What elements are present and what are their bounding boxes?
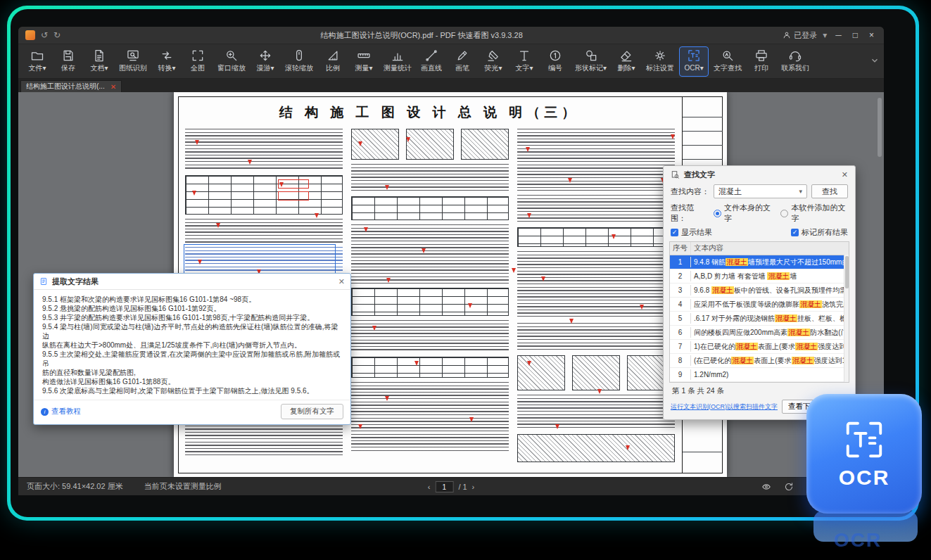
show-results-checkbox[interactable]: ✓ 显示结果 bbox=[671, 227, 712, 238]
extract-panel-header: 提取文字结果 ✕ bbox=[34, 274, 350, 290]
extract-line: 筋的直径和数量详见梁配筋图, bbox=[42, 368, 342, 377]
toolbar-item-label: 打印 bbox=[754, 64, 768, 72]
toolbar-item-shape-mark[interactable]: 形状标记▾ bbox=[571, 46, 610, 77]
results-scrollbar[interactable] bbox=[844, 255, 849, 382]
toolbar-item-text-search[interactable]: 文字查找 bbox=[710, 46, 745, 77]
search-result-row[interactable]: 6间的楼板四周应做200mm高素混凝土防水翻边(门洞口除外)完 bbox=[670, 326, 849, 340]
toolbar-item-print[interactable]: 打印 bbox=[747, 46, 776, 77]
search-hit-marker-icon bbox=[541, 276, 545, 281]
find-content-label: 查找内容： bbox=[671, 186, 709, 197]
ocr-badge-ghost-label: OCR bbox=[834, 529, 882, 552]
search-hit-marker-icon bbox=[279, 182, 284, 187]
ocr-promo-badge[interactable]: OCR bbox=[806, 394, 922, 514]
toolbar-collapse-button[interactable] bbox=[870, 56, 880, 68]
search-icon bbox=[721, 49, 735, 63]
headset-icon bbox=[788, 49, 802, 63]
search-hit-marker-icon bbox=[555, 424, 559, 429]
refresh-icon[interactable] bbox=[784, 482, 794, 492]
tab-close-icon[interactable]: ✕ bbox=[110, 83, 116, 91]
toolbar-item-measure[interactable]: 测量▾ bbox=[349, 46, 379, 77]
close-button[interactable]: × bbox=[866, 30, 877, 40]
search-button[interactable]: 查找 bbox=[811, 184, 848, 198]
extract-line: 9.5.2 悬挑梁的配筋构造详见国标图集16 G101-1第92页。 bbox=[42, 304, 342, 313]
toolbar-item-ocr[interactable]: OCR▾ bbox=[679, 46, 709, 77]
search-query-dropdown[interactable]: 混凝土 ▾ bbox=[714, 184, 807, 198]
result-no: 6 bbox=[670, 327, 691, 338]
result-text: 应采用不低于板强度等级的微膨胀混凝土浇筑完成。 bbox=[691, 298, 849, 311]
search-result-row[interactable]: 71)在已硬化的混凝土表面上(要求混凝土强度达到1.2N/mm2以 bbox=[670, 340, 849, 354]
search-result-row[interactable]: 4应采用不低于板强度等级的微膨胀混凝土浇筑完成。 bbox=[670, 298, 849, 312]
search-result-row[interactable]: 91.2N/mm2) bbox=[670, 368, 849, 382]
prev-page-icon[interactable]: ‹ bbox=[428, 483, 431, 491]
toolbar-item-save[interactable]: 保存 bbox=[53, 46, 83, 77]
toolbar-item-label: 测量统计 bbox=[384, 64, 412, 72]
maximize-button[interactable]: □ bbox=[850, 30, 861, 40]
search-hit-marker-icon bbox=[315, 213, 319, 218]
document-tab[interactable]: 结构施工图设计总说明(... ✕ bbox=[20, 80, 122, 92]
extract-line: 构造做法详见国标图集16 G101-1第88页。 bbox=[42, 377, 342, 386]
find-input-row: 查找内容： 混凝土 ▾ 查找 bbox=[664, 184, 855, 201]
toolbar-item-annotation-settings[interactable]: 标注设置 bbox=[642, 46, 678, 77]
toolbar-item-delete[interactable]: 删除▾ bbox=[612, 46, 641, 77]
vertical-scrollbar[interactable] bbox=[878, 98, 882, 157]
extract-panel-title: 提取文字结果 bbox=[52, 276, 99, 287]
app-icon bbox=[25, 30, 35, 40]
scope-option-added-text[interactable]: 本软件添加的文字 bbox=[780, 203, 848, 224]
login-status[interactable]: 已登录 bbox=[783, 30, 817, 41]
result-no: 2 bbox=[670, 271, 691, 281]
run-ocr-link[interactable]: 运行文本识别(OCR)以搜索扫描件文字 bbox=[671, 402, 778, 412]
search-hit-marker-icon bbox=[640, 305, 644, 310]
toolbar-item-label: 比例 bbox=[326, 64, 340, 72]
toolbar-item-contact[interactable]: 联系我们 bbox=[778, 46, 813, 77]
eraser-icon bbox=[619, 49, 633, 63]
undo-icon[interactable]: ↺ bbox=[41, 30, 48, 40]
toolbar-item-window-zoom[interactable]: 窗口缩放 bbox=[214, 46, 249, 77]
app-window: ↺ ↻ 结构施工图设计总说明(OCR).pdf - PDF 快速看图 v3.9.… bbox=[18, 27, 884, 495]
redo-icon[interactable]: ↻ bbox=[53, 30, 61, 40]
toolbar-item-number[interactable]: 编号 bbox=[540, 46, 570, 77]
eye-icon[interactable] bbox=[761, 482, 771, 492]
toolbar-item-measure-stats[interactable]: 测量统计 bbox=[380, 46, 415, 77]
toolbar-item-draw-line[interactable]: 画直线 bbox=[417, 46, 446, 77]
toolbar-item-label: 保存 bbox=[61, 64, 75, 72]
search-hit-marker-icon bbox=[216, 223, 220, 228]
page-number-input[interactable]: 1 bbox=[435, 481, 453, 492]
ocr-scan-icon bbox=[842, 418, 886, 462]
copy-all-text-button[interactable]: 复制所有文字 bbox=[281, 404, 343, 419]
toolbar-item-document[interactable]: 文档▾ bbox=[84, 46, 114, 77]
toolbar-item-drawing-recognition[interactable]: 图纸识别 bbox=[115, 46, 151, 77]
toolbar-item-highlighter[interactable]: 荧光▾ bbox=[479, 46, 508, 77]
extracted-text[interactable]: 9.5.1 框架梁和次梁的构造要求详见国标图集16 G101-1第84 ~98页… bbox=[34, 290, 350, 400]
tutorial-link[interactable]: i 查看教程 bbox=[41, 407, 81, 416]
find-scope-label: 查找范围： bbox=[671, 203, 707, 224]
toolbar-item-scroll-zoom[interactable]: 滚轮缩放 bbox=[281, 46, 317, 77]
search-result-row[interactable]: 2A,B,D 剪力墙 有套管墙 混凝土墙 bbox=[670, 269, 849, 284]
search-hit-marker-icon bbox=[527, 361, 531, 366]
minimize-button[interactable]: ─ bbox=[832, 30, 844, 40]
toolbar-item-scale[interactable]: 比例 bbox=[318, 46, 348, 77]
save-icon bbox=[61, 49, 75, 63]
extract-close-icon[interactable]: ✕ bbox=[338, 277, 345, 286]
find-close-icon[interactable]: ✕ bbox=[842, 170, 848, 179]
search-hit-marker-icon bbox=[358, 141, 362, 146]
result-text: 间的楼板四周应做200mm高素混凝土防水翻边(门洞口除外)完 bbox=[691, 326, 849, 339]
page-size-label: 页面大小: 59.41×42.02 厘米 bbox=[27, 481, 123, 492]
search-result-row[interactable]: 39.6.8 混凝土板中的管线、设备孔洞及预埋件均需按设备图所示 bbox=[670, 284, 849, 298]
search-result-row[interactable]: 19.4.8 钢筋混凝土墙预埋最大尺寸不超过150mm的木砖或砌块(填 bbox=[670, 255, 849, 269]
search-result-row[interactable]: 8(在已硬化的混凝土表面上(要求混凝土强度达到1.2N/mm2以 bbox=[670, 354, 849, 368]
toolbar-item-text[interactable]: 文字▾ bbox=[509, 46, 539, 77]
results-scrollbar-thumb[interactable] bbox=[845, 256, 849, 288]
search-result-row[interactable]: 5.6.17 对于外露的现浇钢筋混凝土挂板、栏板、檐口、女儿墙等 bbox=[670, 312, 849, 326]
toolbar-item-fit-view[interactable]: 全图 bbox=[183, 46, 213, 77]
result-no: 8 bbox=[670, 355, 691, 366]
mark-all-results-checkbox[interactable]: ✓ 标记所有结果 bbox=[791, 227, 848, 238]
result-no: 4 bbox=[670, 299, 691, 310]
toolbar-item-convert[interactable]: 转换▾ bbox=[152, 46, 182, 77]
toolbar-item-pan[interactable]: 漫游▾ bbox=[251, 46, 280, 77]
toolbar-item-pen[interactable]: 画笔 bbox=[448, 46, 477, 77]
chevron-down-icon bbox=[870, 56, 880, 65]
toolbar-item-file[interactable]: 文件▾ bbox=[23, 46, 52, 77]
scope-option-file-text[interactable]: 文件本身的文字 bbox=[714, 203, 773, 224]
next-page-icon[interactable]: › bbox=[472, 483, 475, 491]
titlebar-menu-caret-icon[interactable]: ▾ bbox=[823, 30, 827, 40]
